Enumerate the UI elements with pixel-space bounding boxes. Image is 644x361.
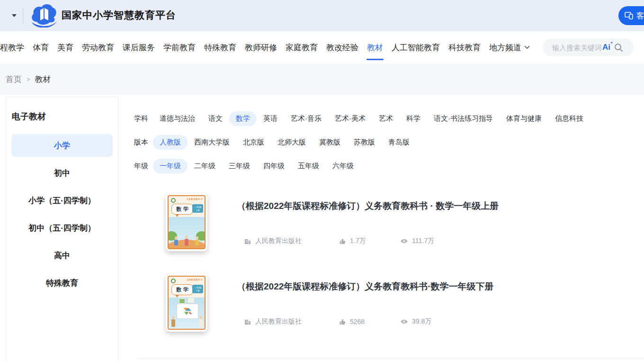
filter-option[interactable]: 信息科技	[548, 111, 590, 126]
filter-option[interactable]: 青岛版	[382, 135, 416, 150]
filter-option[interactable]: 西南大学版	[188, 135, 236, 150]
filter-option[interactable]: 冀教版	[313, 135, 347, 150]
publisher-building-icon	[244, 237, 251, 245]
book-stats: 人民教育出版社 1.7万	[237, 237, 644, 245]
sidebar-item-junior[interactable]: 初中	[11, 162, 113, 184]
sidebar-item-special[interactable]: 特殊教育	[11, 271, 113, 294]
book-info: （根据2022年版课程标准修订）义务教育教科书 · 数学一年级上册 人民教育出版…	[237, 193, 644, 251]
filter-option[interactable]: 北京版	[236, 135, 271, 150]
filter-label-edition: 版本	[134, 138, 148, 147]
nav-item-local-channel[interactable]: 地方频道	[489, 31, 530, 63]
views-count: 39.8万	[412, 317, 431, 326]
publisher-name: 人民教育出版社	[255, 237, 302, 245]
filter-panel: 学科 道德与法治 语文 数学 英语 艺术·音乐 艺术·美术 艺术 科学 语文·书…	[118, 95, 644, 173]
cover-grade-tag: 一年级 上册	[192, 204, 203, 213]
filter-label-subject: 学科	[134, 114, 148, 123]
nav-item-course-teaching[interactable]: 程教学	[0, 31, 24, 63]
filter-option[interactable]: 艺术	[372, 111, 400, 126]
nav-item-pe[interactable]: 体育	[33, 31, 49, 63]
cover-illustration	[169, 298, 205, 329]
search-input[interactable]	[551, 43, 602, 52]
filter-option[interactable]: 语文·书法练习指导	[427, 111, 500, 126]
cover-volume: 上册	[192, 209, 203, 212]
brand-home-link[interactable]: 国家中小学智慧教育平台	[29, 3, 176, 27]
cover-volume: 下册	[192, 289, 203, 292]
cover-badge-icon	[171, 279, 176, 283]
filter-row-edition: 版本 人教版 西南大学版 北京版 北师大版 冀教版 苏教版 青岛版	[134, 135, 644, 150]
filter-row-grade: 年级 一年级 二年级 三年级 四年级 五年级 六年级	[134, 159, 644, 173]
filter-option-selected[interactable]: 一年级	[153, 159, 188, 173]
nav-item-tech-edu[interactable]: 科技教育	[448, 31, 481, 63]
book-stats: 人民教育出版社 5268	[237, 317, 644, 326]
cover-grade: 一年级	[192, 205, 203, 209]
cover-illustration	[169, 217, 205, 248]
filter-option[interactable]: 三年级	[222, 159, 257, 173]
filter-option-selected[interactable]: 人教版	[153, 135, 188, 150]
book-item: 义务教育教科书 数学 一年级 上册	[137, 193, 644, 251]
client-button-label: 客	[636, 10, 644, 21]
filter-option[interactable]: 科学	[400, 111, 427, 126]
nav-item-after-school[interactable]: 课后服务	[123, 31, 155, 63]
book-title[interactable]: （根据2022年版课程标准修订）义务教育教科书 · 数学一年级上册	[237, 200, 644, 212]
filter-option[interactable]: 苏教版	[347, 135, 382, 150]
likes-count: 5268	[350, 318, 365, 325]
cover-series-text: 义务教育教科书	[186, 278, 203, 281]
header-dropdown-caret-icon[interactable]	[12, 14, 17, 17]
main-nav: 程教学 体育 美育 劳动教育 课后服务 学前教育 特殊教育 教师研修 家庭教育 …	[0, 31, 644, 63]
breadcrumb-separator: >	[27, 76, 30, 83]
client-download-button[interactable]: 客	[618, 6, 644, 25]
nav-item-local-channel-label: 地方频道	[489, 42, 521, 53]
search-icon[interactable]	[614, 43, 623, 52]
nav-item-ai-edu[interactable]: 人工智能教育	[392, 31, 440, 63]
cover-subject-label: 数学	[171, 204, 193, 215]
thumbs-up-icon	[339, 237, 346, 245]
nav-item-aesthetic-edu[interactable]: 美育	[57, 31, 73, 63]
filter-option[interactable]: 四年级	[257, 159, 291, 173]
filter-option[interactable]: 道德与法治	[153, 111, 202, 126]
ai-search-icon[interactable]: Ai✦	[602, 43, 610, 52]
publisher-stat: 人民教育出版社	[244, 237, 339, 245]
sidebar-item-primary-54[interactable]: 小学（五·四学制）	[11, 189, 113, 212]
cover-grade: 一年级	[192, 286, 203, 289]
nav-item-family-edu[interactable]: 家庭教育	[286, 31, 318, 63]
sidebar-item-junior-54[interactable]: 初中（五·四学制）	[11, 217, 113, 239]
sidebar: 电子教材 小学 初中 小学（五·四学制） 初中（五·四学制） 高中 特殊教育	[6, 97, 118, 361]
filter-option[interactable]: 二年级	[188, 159, 222, 173]
filter-option[interactable]: 语文	[202, 111, 229, 126]
filter-option[interactable]: 英语	[257, 111, 284, 126]
eye-icon	[400, 237, 408, 245]
book-list: 义务教育教科书 数学 一年级 上册	[118, 193, 644, 332]
brand-title: 国家中小学智慧教育平台	[62, 9, 176, 22]
sidebar-item-primary[interactable]: 小学	[11, 134, 113, 157]
filter-option-selected[interactable]: 数学	[229, 111, 257, 126]
nav-item-special-edu[interactable]: 特殊教育	[204, 31, 236, 63]
chevron-down-icon	[524, 45, 530, 49]
filter-option[interactable]: 五年级	[291, 159, 326, 173]
book-title[interactable]: （根据2022年版课程标准修订）义务教育教科书·数学一年级下册	[237, 280, 644, 293]
breadcrumb-home[interactable]: 首页	[6, 74, 22, 85]
filter-option[interactable]: 六年级	[326, 159, 360, 173]
filter-option[interactable]: 体育与健康	[500, 111, 548, 126]
book-cover[interactable]: 义务教育教科书 数学 一年级 下册	[166, 274, 207, 332]
sparkle-icon: ✦	[610, 41, 613, 45]
filter-option[interactable]: 艺术·音乐	[284, 111, 328, 126]
views-count: 111.7万	[412, 237, 434, 245]
nav-item-teacher-training[interactable]: 教师研修	[245, 31, 277, 63]
eye-icon	[400, 318, 408, 325]
nav-item-labor-edu[interactable]: 劳动教育	[82, 31, 114, 63]
publisher-name: 人民教育出版社	[255, 317, 302, 326]
breadcrumb-current: 教材	[35, 74, 51, 85]
breadcrumb: 首页 > 教材	[0, 63, 644, 95]
likes-stat: 5268	[339, 318, 400, 325]
cover-grade-tag: 一年级 下册	[192, 285, 203, 293]
filter-option[interactable]: 北师大版	[271, 135, 313, 150]
book-cover[interactable]: 义务教育教科书 数学 一年级 上册	[166, 193, 207, 251]
nav-item-preschool[interactable]: 学前教育	[163, 31, 196, 63]
nav-item-reform-experience[interactable]: 教改经验	[326, 31, 358, 63]
publisher-stat: 人民教育出版社	[244, 317, 339, 326]
sidebar-item-senior[interactable]: 高中	[11, 244, 113, 267]
top-header: 国家中小学智慧教育平台 客	[0, 0, 644, 31]
filter-label-grade: 年级	[134, 162, 148, 171]
nav-item-textbook[interactable]: 教材	[367, 31, 383, 63]
filter-option[interactable]: 艺术·美术	[328, 111, 372, 126]
